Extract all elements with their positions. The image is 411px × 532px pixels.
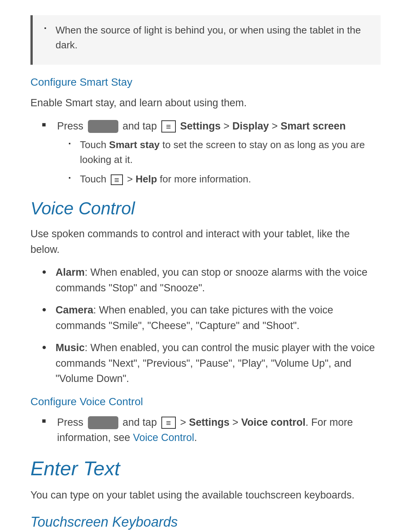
page-container: When the source of light is behind you, … [0, 0, 411, 532]
voice-control-alarm-item: Alarm: When enabled, you can stop or sno… [42, 265, 381, 296]
configure-smart-stay-intro: Enable Smart stay, and learn about using… [30, 95, 381, 111]
home-button-icon [88, 120, 118, 133]
press-label-2: Press [57, 417, 83, 428]
home-button-icon-2 [88, 416, 118, 429]
configure-voice-control-list: Press and tap > Settings > Voice control… [42, 415, 381, 446]
configure-smart-stay-section: Configure Smart Stay Enable Smart stay, … [30, 76, 381, 187]
top-bullet-text: When the source of light is behind you, … [56, 24, 361, 51]
voice-control-camera-item: Camera: When enabled, you can take pictu… [42, 302, 381, 333]
configure-voice-control-heading: Configure Voice Control [30, 396, 381, 408]
and-tap-label: and tap [123, 120, 157, 132]
smart-stay-sub-list: Touch Smart stay to set the screen to st… [68, 137, 381, 187]
smart-stay-press-item: Press and tap Settings > Display > Smart… [42, 118, 381, 187]
voice-control-heading: Voice Control [30, 198, 381, 219]
enter-text-intro: You can type on your tablet using the av… [30, 487, 381, 503]
configure-smart-stay-heading: Configure Smart Stay [30, 76, 381, 88]
smart-stay-sub-item-2: Touch > Help for more information. [68, 172, 381, 187]
voice-control-music-item: Music: When enabled, you can control the… [42, 340, 381, 387]
smart-stay-sub-item-1: Touch Smart stay to set the screen to st… [68, 137, 381, 167]
settings-path-text: Settings > Display > Smart screen [180, 120, 346, 132]
configure-smart-stay-list: Press and tap Settings > Display > Smart… [42, 118, 381, 187]
and-tap-label-2: and tap [123, 417, 157, 428]
voice-control-link[interactable]: Voice Control [133, 432, 194, 443]
enter-text-heading: Enter Text [30, 457, 381, 480]
touchscreen-keyboards-section: Touchscreen Keyboards Touchscreen keyboa… [30, 514, 381, 532]
voice-control-press-item: Press and tap > Settings > Voice control… [42, 415, 381, 446]
menu-icon-2 [111, 174, 123, 185]
voice-control-intro: Use spoken commands to control and inter… [30, 226, 381, 257]
press-label: Press [57, 120, 83, 132]
voice-control-list: Alarm: When enabled, you can stop or sno… [42, 265, 381, 387]
voice-control-section: Voice Control Use spoken commands to con… [30, 198, 381, 387]
top-bullet-item: When the source of light is behind you, … [44, 23, 369, 53]
configure-voice-control-section: Configure Voice Control Press and tap > … [30, 396, 381, 446]
menu-icon-3 [161, 417, 176, 429]
touchscreen-keyboards-heading: Touchscreen Keyboards [30, 514, 381, 530]
top-bullet-section: When the source of light is behind you, … [30, 15, 381, 65]
enter-text-section: Enter Text You can type on your tablet u… [30, 457, 381, 503]
menu-icon [161, 120, 176, 133]
